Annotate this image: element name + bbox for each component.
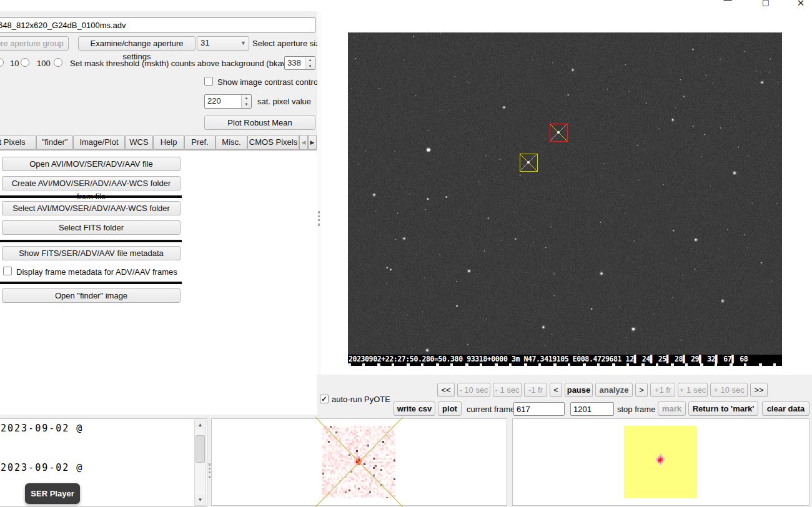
restore-aperture-group-button[interactable]: tore aperture group (0, 36, 69, 51)
stop-frame-input[interactable] (570, 402, 614, 416)
tab-image-plot[interactable]: Image/Plot (73, 135, 125, 150)
create-wcs-folder-button[interactable]: Create AVI/MOV/SER/ADV/AAV-WCS folder fr… (2, 176, 181, 190)
sat-pixel-label: sat. pixel value (257, 97, 311, 106)
tab-scroll-left-icon[interactable]: ◀ (299, 135, 308, 150)
aperture-size-select[interactable]: 31 ▼ (197, 36, 249, 51)
fast-forward-button[interactable]: >> (750, 383, 768, 397)
tab-content-panel: Open AVI/MOV/SER/ADV/AAV file Create AVI… (0, 150, 317, 415)
plot-robust-mean-button[interactable]: Plot Robust Mean (204, 116, 315, 130)
examine-aperture-settings-button[interactable]: Examine/change aperture settings (78, 36, 196, 51)
tab-pref[interactable]: Pref. (184, 135, 215, 150)
plus-1-frame-button[interactable]: +1 fr (650, 383, 675, 397)
osd-timestamp-text: 20230902+22:27:50.280=50.380 93318+0000 … (349, 355, 748, 363)
minus-1-sec-button[interactable]: - 1 sec (493, 383, 522, 397)
splitter-handle-icon[interactable] (318, 211, 320, 226)
filename-input[interactable] (0, 17, 315, 32)
star-field-image[interactable] (348, 32, 782, 355)
aperture-size-label: Select aperture size (252, 39, 324, 48)
radio-100-label: 100 (37, 59, 51, 68)
osd-timestamp-strip: 20230902+22:27:50.280=50.380 93318+0000 … (348, 355, 782, 366)
ser-player-tooltip: SER Player (25, 483, 80, 504)
stop-frame-label: stop frame (617, 405, 655, 414)
spinner-arrows-icon[interactable]: ▲▼ (305, 57, 315, 69)
minus-1-frame-button[interactable]: -1 fr (524, 383, 547, 397)
write-csv-button[interactable]: write csv (394, 401, 435, 416)
tab-wcs[interactable]: WCS (125, 135, 153, 150)
divider (0, 195, 182, 198)
step-forward-button[interactable]: > (635, 383, 648, 397)
open-file-button[interactable]: Open AVI/MOV/SER/ADV/AAV file (2, 157, 181, 171)
mask-threshold-radio-1[interactable] (0, 58, 4, 67)
scrollbar-thumb[interactable] (196, 435, 205, 463)
log-line: 2023-09-02 @ (1, 462, 83, 473)
aperture-size-value: 31 (201, 38, 209, 47)
mask-threshold-spinbox[interactable]: 338 ▲▼ (284, 56, 315, 70)
scroll-up-icon[interactable]: ▲ (195, 420, 205, 430)
mask-aperture-thumbnail[interactable] (624, 426, 697, 498)
mark-button[interactable]: mark (658, 401, 686, 416)
mask-threshold-value: 338 (287, 58, 301, 67)
show-metadata-button[interactable]: Show FITS/SER/ADV/AAV file metadata (2, 246, 181, 260)
sat-pixel-value: 220 (207, 96, 221, 106)
plus-1-sec-button[interactable]: + 1 sec (678, 383, 708, 397)
analyze-button[interactable]: analyze (595, 383, 633, 397)
select-fits-folder-button[interactable]: Select FITS folder (2, 220, 181, 235)
sat-pixel-spinbox[interactable]: 220 ▲▼ (204, 94, 252, 109)
mask-threshold-radio-10[interactable] (21, 58, 29, 67)
minus-10-sec-button[interactable]: - 10 sec (457, 383, 490, 397)
display-frame-metadata-checkbox[interactable] (3, 267, 12, 275)
tab-misc[interactable]: Misc. (215, 135, 247, 150)
divider (0, 240, 182, 242)
tab-cmos-pixels[interactable]: CMOS Pixels (247, 135, 299, 150)
plus-10-sec-button[interactable]: + 10 sec (710, 383, 748, 397)
clear-data-button[interactable]: clear data (762, 401, 810, 416)
auto-run-pyote-label: auto-run PyOTE (332, 395, 390, 404)
tab-finder[interactable]: "finder" (36, 135, 73, 150)
select-wcs-folder-button[interactable]: Select AVI/MOV/SER/ADV/AAV-WCS folder (2, 201, 181, 215)
title-bar: — ▢ ✕ (0, 0, 812, 11)
splitter-handle-icon[interactable] (209, 463, 210, 478)
display-frame-metadata-label: Display frame metadata for ADV/AAV frame… (16, 267, 177, 277)
close-button[interactable]: ✕ (795, 0, 807, 10)
current-frame-label: current frame (467, 405, 515, 414)
contrast-control-checkbox[interactable] (204, 77, 213, 86)
osd-tick-blocks (348, 363, 782, 366)
log-line: 2023-09-02 @ (1, 423, 83, 434)
spinner-arrows-icon[interactable]: ▲▼ (241, 95, 251, 108)
log-scrollbar[interactable]: ▲ ▼ (194, 420, 206, 506)
tab-scroll-right-icon[interactable]: ▶ (308, 135, 317, 150)
scroll-down-icon[interactable]: ▼ (195, 495, 205, 505)
auto-run-pyote-checkbox[interactable]: ✓ (320, 395, 329, 403)
contrast-control-label: Show image contrast control (217, 77, 320, 87)
open-finder-image-button[interactable]: Open "finder" image (2, 288, 181, 303)
radio-10-label: 10 (10, 59, 19, 68)
minimize-button[interactable]: — (721, 0, 734, 7)
tab-hot-pixels[interactable]: lot Pixels (0, 135, 36, 150)
maximize-button[interactable]: ▢ (760, 0, 772, 9)
tab-help[interactable]: Help (153, 135, 184, 150)
mask-threshold-label: Set mask threshold (mskth) counts above … (70, 59, 294, 68)
aperture-cross-icon (315, 417, 403, 507)
return-to-mark-button[interactable]: Return to 'mark' (688, 401, 758, 416)
pause-button[interactable]: pause (565, 383, 593, 397)
plot-button[interactable]: plot (438, 401, 462, 416)
divider (0, 282, 182, 284)
chevron-down-icon: ▼ (240, 40, 246, 46)
step-back-button[interactable]: < (550, 383, 562, 397)
mask-threshold-radio-100[interactable] (54, 58, 62, 67)
current-frame-input[interactable] (513, 402, 565, 416)
rewind-button[interactable]: << (437, 383, 455, 397)
